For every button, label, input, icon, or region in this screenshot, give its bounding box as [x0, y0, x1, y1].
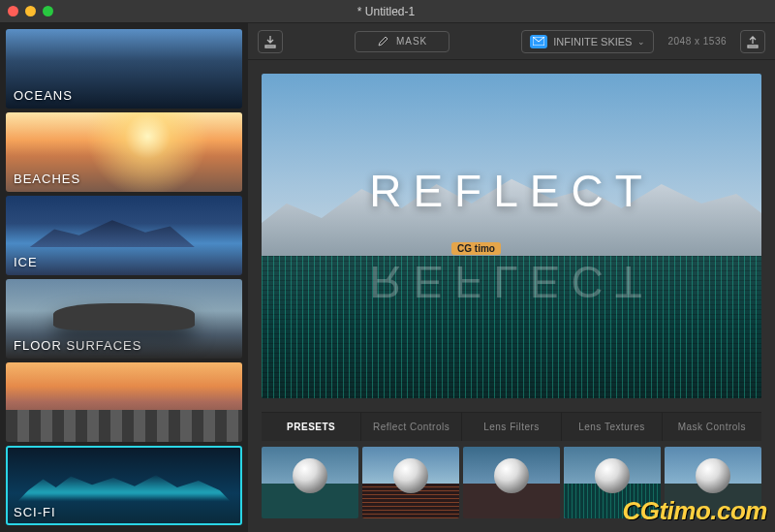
chevron-down-icon: ⌄ [637, 37, 645, 47]
category-sidebar: OCEANS BEACHES ICE FLOOR SURFACES TILED … [0, 23, 248, 532]
sky-dropdown[interactable]: INFINITE SKIES ⌄ [521, 30, 654, 53]
brush-icon [377, 36, 388, 47]
main-panel: MASK INFINITE SKIES ⌄ 2048 x 1536 REFLEC… [248, 23, 775, 532]
toolbar: MASK INFINITE SKIES ⌄ 2048 x 1536 [248, 23, 775, 60]
category-label: SCI-FI [14, 505, 56, 519]
category-label: FLOOR SURFACES [14, 338, 141, 353]
preview-overlay-text: REFLECT [262, 165, 761, 217]
export-button[interactable] [740, 30, 765, 53]
minimize-icon[interactable] [25, 6, 36, 16]
sphere-icon [595, 458, 630, 493]
category-beaches[interactable]: BEACHES [6, 112, 242, 192]
category-label: OCEANS [14, 88, 73, 103]
category-label: TILED SURFACES [14, 422, 135, 436]
preset-thumb[interactable] [463, 447, 560, 518]
mask-label: MASK [396, 36, 427, 47]
dimensions-label: 2048 x 1536 [667, 36, 727, 47]
preview-overlay-reflection: REFLECT [262, 256, 761, 308]
preset-strip [262, 441, 761, 524]
category-floor-surfaces[interactable]: FLOOR SURFACES [6, 279, 242, 359]
preset-thumb[interactable] [665, 447, 761, 518]
zoom-icon[interactable] [43, 6, 53, 16]
import-button[interactable] [258, 30, 283, 53]
tab-bar: PRESETS Reflect Controls Lens Filters Le… [262, 412, 761, 441]
sphere-icon [494, 458, 529, 493]
tab-presets[interactable]: PRESETS [262, 413, 361, 441]
preview-badge: CG timo [451, 242, 501, 255]
preset-thumb-selected[interactable] [564, 447, 661, 518]
preset-thumb[interactable] [362, 447, 459, 518]
window-title: * Untitled-1 [53, 5, 719, 18]
category-scifi[interactable]: SCI-FI [6, 446, 242, 525]
preset-thumb[interactable] [262, 447, 358, 518]
tab-lens-textures[interactable]: Lens Textures [562, 413, 662, 441]
dropdown-label: INFINITE SKIES [553, 36, 632, 47]
category-ice[interactable]: ICE [6, 196, 242, 275]
tab-reflect-controls[interactable]: Reflect Controls [361, 413, 461, 441]
sphere-icon [696, 458, 730, 493]
category-tiled-surfaces[interactable]: TILED SURFACES [6, 362, 242, 442]
category-label: BEACHES [14, 172, 80, 186]
close-icon[interactable] [8, 6, 18, 16]
sphere-icon [393, 458, 428, 493]
mail-icon [530, 35, 547, 48]
window-controls [8, 6, 53, 16]
category-oceans[interactable]: OCEANS [6, 29, 242, 109]
mask-button[interactable]: MASK [355, 31, 450, 52]
category-label: ICE [14, 255, 38, 269]
tab-mask-controls[interactable]: Mask Controls [663, 413, 761, 441]
titlebar: * Untitled-1 [0, 0, 775, 23]
sphere-icon [293, 458, 327, 493]
tab-lens-filters[interactable]: Lens Filters [462, 413, 562, 441]
preview-canvas[interactable]: REFLECT REFLECT CG timo [262, 74, 761, 398]
